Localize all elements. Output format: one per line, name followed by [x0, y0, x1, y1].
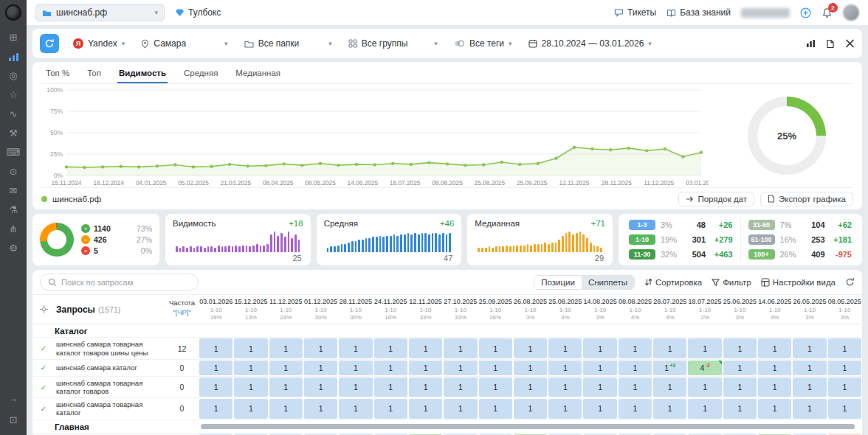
position-cell[interactable]: 1 [723, 399, 757, 418]
position-cell[interactable]: 1 [548, 399, 582, 418]
position-cell[interactable]: 1 [374, 399, 407, 418]
move-handle-icon[interactable] [32, 295, 55, 324]
overview-legend-item[interactable]: ×50% [81, 246, 152, 255]
date-column-header[interactable]: 24.11.20251-1016% [373, 295, 408, 324]
toolbox-link[interactable]: Тулбокс [175, 7, 221, 18]
search-box[interactable] [40, 274, 199, 290]
position-cell[interactable]: 1 [828, 399, 861, 418]
refresh-button[interactable] [40, 34, 59, 53]
frequency-column-header[interactable]: Частота "[ЧР]" [165, 295, 199, 324]
position-cell[interactable]: 1 [548, 338, 582, 358]
query-text[interactable]: шинснаб самара каталог [55, 360, 165, 376]
position-cell[interactable]: 1 [619, 361, 652, 375]
position-cell[interactable]: 1 [723, 338, 757, 358]
knowledge-base-link[interactable]: База знаний [666, 7, 731, 18]
export-page-icon[interactable] [826, 39, 835, 49]
position-cell[interactable]: 1 [339, 377, 372, 397]
position-cell[interactable]: 1 [653, 399, 686, 418]
overview-legend-item[interactable]: +114073% [81, 224, 152, 233]
export-chart-button[interactable]: Экспорт графика [760, 192, 853, 206]
position-cell[interactable]: 1 [444, 361, 477, 375]
position-cell[interactable]: 1 [199, 377, 232, 397]
groups-selector[interactable]: Все группы ▾ [342, 34, 444, 53]
position-cell[interactable]: 1 [583, 361, 616, 375]
date-column-header[interactable]: 14.06.20251-104% [757, 295, 792, 324]
position-cell[interactable]: 1 [339, 361, 372, 375]
date-column-header[interactable]: 28.07.20251-104% [652, 295, 687, 324]
position-range-row[interactable]: 51-10016%253+181 [748, 234, 852, 245]
position-cell[interactable]: 1 [514, 377, 547, 397]
position-range-row[interactable]: 1-33%48+26 [629, 220, 733, 230]
tickets-link[interactable]: Тикеты [614, 7, 656, 18]
position-cell[interactable]: 1 [269, 361, 303, 375]
position-cell[interactable]: 1 [793, 361, 826, 375]
overview-legend-item[interactable]: −42627% [81, 235, 152, 244]
sidebar-item-positions[interactable] [3, 47, 24, 66]
position-cell[interactable]: 1 [688, 399, 721, 418]
sidebar-item-share[interactable]: ⊡ [3, 411, 24, 429]
position-cell[interactable]: 1 [199, 338, 232, 358]
date-column-header[interactable]: 08.05.20251-103% [827, 295, 862, 324]
position-cell[interactable]: 1 [514, 399, 547, 418]
snippets-toggle[interactable]: Сниппеты [582, 276, 634, 289]
position-cell[interactable]: 1 [339, 338, 372, 358]
position-cell[interactable]: 1 [234, 338, 267, 358]
position-cell[interactable]: 1 [583, 377, 616, 397]
position-range-row[interactable]: 11-3032%504+463 [629, 249, 733, 260]
date-column-header[interactable]: 26.05.20251-103% [792, 295, 827, 324]
query-text[interactable]: шинснаб самара товарная каталог товаров [55, 377, 165, 397]
date-column-header[interactable]: 25.09.20251-1026% [478, 295, 513, 324]
position-cell[interactable]: 1 [304, 399, 337, 418]
date-column-header[interactable]: 03.01.20261-1019% [199, 295, 233, 324]
add-button[interactable] [800, 7, 811, 18]
position-cell[interactable]: 1 [374, 361, 407, 375]
sort-button[interactable]: Сортировка [644, 278, 702, 287]
queries-column-header[interactable]: Запросы (1571) [55, 295, 165, 324]
position-cell[interactable]: 1 [444, 338, 477, 358]
position-cell[interactable]: 1 [479, 361, 512, 375]
position-cell[interactable]: 1 [688, 338, 721, 358]
tab-median[interactable]: Медианная [234, 63, 282, 83]
position-cell[interactable]: 1 [619, 399, 652, 418]
date-column-header[interactable]: 12.11.20251-1033% [408, 295, 443, 324]
position-cell[interactable]: 1 [758, 377, 791, 397]
sidebar-item-settings[interactable]: ⚙ [3, 239, 24, 257]
position-range-row[interactable]: 1-1019%301+279 [629, 234, 733, 245]
sidebar-item-experiments[interactable]: ⚗ [3, 201, 24, 219]
sidebar-item-trends[interactable]: ∿ [3, 105, 24, 123]
tab-average[interactable]: Средняя [182, 63, 219, 83]
position-cell[interactable]: 1 [269, 338, 303, 358]
sidebar-item-dashboard[interactable]: ⊞ [3, 28, 24, 46]
sidebar-item-competitors[interactable]: ☆ [3, 86, 24, 104]
group-header[interactable]: Каталог [32, 324, 862, 338]
check-icon[interactable]: ✓ [32, 398, 55, 419]
notifications-bell[interactable]: 2 [822, 7, 833, 18]
position-cell[interactable]: 1 [304, 338, 337, 358]
date-column-header[interactable]: 08.08.20251-104% [618, 295, 652, 324]
position-cell[interactable]: 1 [199, 361, 232, 375]
tools-icon[interactable] [845, 39, 855, 48]
user-avatar[interactable] [843, 4, 859, 21]
position-cell[interactable]: 1 [548, 361, 582, 375]
query-text[interactable]: шинснаб самара товарная каталог [55, 398, 165, 419]
date-order-button[interactable]: Порядок дат [678, 192, 754, 206]
position-cell[interactable]: 1 [723, 361, 757, 375]
table-refresh-icon[interactable] [845, 277, 855, 287]
position-cell[interactable]: 1 [514, 361, 547, 375]
position-cell[interactable]: 1 [374, 377, 407, 397]
position-cell[interactable]: 1 [828, 361, 861, 375]
visibility-line-chart[interactable]: 0%25%50%75%100%15.11.202416.12.202404.01… [41, 84, 720, 187]
app-logo[interactable] [5, 4, 21, 21]
check-icon[interactable]: ✓ [32, 360, 55, 376]
position-cell[interactable]: 1 [828, 338, 861, 358]
position-cell[interactable]: 1 [793, 377, 826, 397]
searcher-selector[interactable]: Я Yandex ▾ [66, 34, 131, 53]
position-cell[interactable]: 1 [479, 338, 512, 358]
position-cell[interactable]: 1 [514, 338, 547, 358]
position-cell[interactable]: 1 [409, 338, 442, 358]
position-cell[interactable]: 1 [409, 377, 442, 397]
position-cell[interactable]: 1 [548, 377, 582, 397]
view-settings-button[interactable]: Настройки вида [761, 278, 836, 287]
position-cell[interactable]: 1 [409, 361, 442, 375]
date-column-header[interactable]: 01.12.20251-1030% [303, 295, 338, 324]
